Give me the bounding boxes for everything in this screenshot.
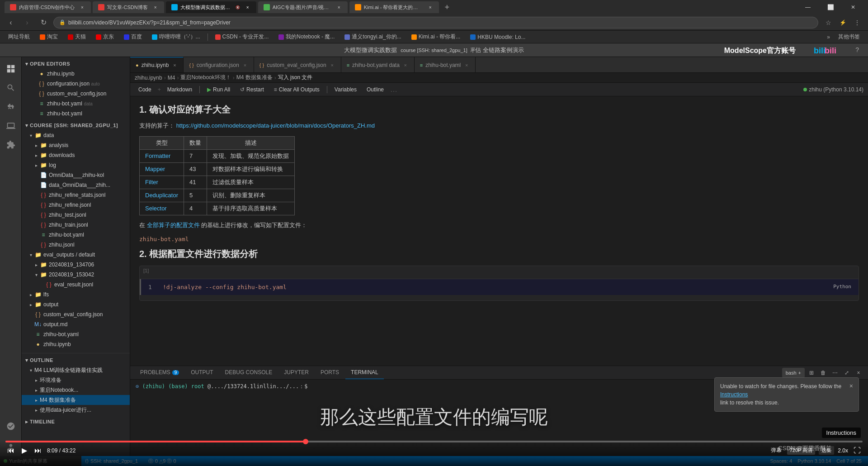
play-button[interactable]: ▶	[20, 445, 29, 456]
split-terminal-button[interactable]: ⊞	[807, 368, 816, 378]
folder-downloads[interactable]: ▸ 📁 downloads	[22, 150, 130, 160]
outline-item-restart[interactable]: ▸ 重启Notebook...	[22, 385, 130, 395]
bookmark-bilibili[interactable]: 哔哩哔哩（'-'）...	[148, 32, 204, 42]
tab-close-3[interactable]: ×	[245, 4, 251, 10]
more-actions-button[interactable]: ⋯	[830, 368, 840, 378]
tab-kimi[interactable]: Kimi.ai - 帮你看更大的世界 ×	[349, 1, 439, 13]
address-bar[interactable]: 🔒 bilibili.com/video/BV1vuWpezEKx/?p=21&…	[53, 17, 818, 29]
extensions-icon[interactable]: ⚡	[836, 16, 849, 29]
panel-tab-problems[interactable]: PROBLEMS 9	[135, 366, 184, 379]
outline-item-juicer[interactable]: ▸ 使用data-juicer进行...	[22, 405, 130, 415]
file-zhihu-refine-stats[interactable]: { } zhihu_refine_stats.jsonl	[22, 190, 130, 200]
tab-close-1[interactable]: ×	[79, 4, 85, 10]
folder-log[interactable]: ▸ 📁 log	[22, 160, 130, 170]
bookmark-tongyi[interactable]: 通义tongyi.ai_你的...	[341, 32, 405, 42]
notification-link[interactable]: Instructions	[720, 391, 748, 398]
tab-close-notebook[interactable]: ×	[171, 62, 178, 68]
bookmarks-more-button[interactable]: »	[825, 34, 832, 40]
editor-tab-custom-eval[interactable]: { } custom_eval_config.json ×	[254, 57, 341, 73]
tab-close-zhihu-data[interactable]: ×	[402, 62, 409, 68]
forward-button[interactable]: ›	[21, 16, 33, 29]
menu-icon[interactable]: ⋮	[851, 16, 863, 29]
back-button[interactable]: ‹	[5, 16, 17, 29]
remote-indicator[interactable]: course [SSH: shared_2gpu_1]	[397, 47, 471, 54]
next-video-button[interactable]: ⏭	[33, 446, 43, 456]
remote-explorer-icon[interactable]	[2, 417, 20, 435]
bookmark-taobao[interactable]: 淘宝	[36, 32, 61, 42]
file-zhihu-jsonl[interactable]: { } zhihu.jsonl	[22, 240, 130, 250]
panel-tab-ports[interactable]: PORTS	[315, 366, 344, 379]
editor-tab-zhihu-ipynb[interactable]: ● zhihu.ipynb ×	[130, 57, 184, 73]
bookmark-tianmao[interactable]: 天猫	[64, 32, 90, 42]
search-icon[interactable]	[2, 79, 20, 97]
markdown-button[interactable]: Markdown	[164, 85, 196, 95]
file-output-md[interactable]: M↓ output.md	[22, 319, 130, 329]
panel-tab-terminal[interactable]: TERMINAL	[345, 366, 384, 379]
instructions-badge[interactable]: Instructions	[822, 428, 861, 438]
video-progress-bar[interactable]	[5, 441, 863, 442]
refresh-button[interactable]: ↻	[37, 16, 50, 29]
new-tab-button[interactable]: +	[441, 1, 453, 14]
file-zhihu-refine[interactable]: { } zhihu_refine.jsonl	[22, 200, 130, 210]
bookmark-hkbu[interactable]: HKBU Moodle: Lo...	[467, 32, 529, 42]
editor-tab-zhihu-bot-data[interactable]: ≡ zhihu-bot.yaml data ×	[341, 57, 415, 73]
fullscreen-button[interactable]: ⛶	[852, 446, 863, 456]
minimize-button[interactable]: —	[797, 0, 818, 14]
operators-link[interactable]: https://github.com/modelscope/data-juice…	[176, 122, 375, 129]
extensions-act-icon[interactable]	[2, 136, 20, 154]
maximize-panel-button[interactable]: ⤢	[842, 368, 852, 378]
run-debug-icon[interactable]	[2, 117, 20, 135]
tab-mute-icon[interactable]: 🔇	[236, 5, 240, 10]
tab-close-4[interactable]: ×	[336, 4, 342, 10]
explorer-icon[interactable]	[2, 60, 20, 78]
folder-20240819-1[interactable]: ▸ 📁 20240819_134706	[22, 260, 130, 270]
speed-button[interactable]: 2.0x	[838, 447, 848, 454]
editor-tab-config[interactable]: { } configuration.json ×	[184, 57, 254, 73]
run-all-button[interactable]: ▶ Run All	[203, 85, 234, 95]
star-icon[interactable]: ☆	[822, 16, 835, 29]
source-control-icon[interactable]	[2, 98, 20, 116]
open-editor-config[interactable]: { } configuration.json auto	[22, 79, 130, 89]
bookmark-kimi[interactable]: Kimi.ai - 帮你看...	[408, 32, 464, 42]
outline-item-data[interactable]: ▸ M4 数据集准备	[22, 395, 130, 405]
panel-tab-debug[interactable]: DEBUG CONSOLE	[220, 366, 278, 379]
close-panel-button[interactable]: ×	[854, 368, 863, 378]
open-editor-zhihu-bot[interactable]: ≡ zhihu-bot.yaml	[22, 109, 130, 119]
editor-tab-zhihu-bot[interactable]: ≡ zhihu-bot.yaml ×	[415, 57, 476, 73]
toolbar-more[interactable]: …	[390, 86, 397, 94]
open-editor-zhihu-bot-data[interactable]: ≡ zhihu-bot.yaml data	[22, 99, 130, 109]
folder-lfs[interactable]: ▸ 📁 lfs	[22, 290, 130, 300]
maximize-button[interactable]: ⬜	[820, 0, 841, 14]
bookmark-baidu[interactable]: 百度	[120, 32, 146, 42]
outline-item-m4[interactable]: ▾ M4 LLM训练全链路最佳实践	[22, 365, 130, 375]
close-button[interactable]: ✕	[843, 0, 863, 14]
tab-close-custom-eval[interactable]: ×	[329, 62, 335, 68]
tab-aigc[interactable]: AIGC专题-图片/声音/视频/Ager... ×	[258, 1, 348, 13]
file-zhihu-train[interactable]: { } zhihu_train.jsonl	[22, 220, 130, 230]
bash-button[interactable]: bash +	[782, 368, 805, 378]
tab-close-zhihu-bot[interactable]: ×	[463, 62, 470, 68]
folder-eval-outputs[interactable]: ▾ 📁 eval_outputs / default	[22, 250, 130, 260]
panel-tab-output[interactable]: OUTPUT	[185, 366, 218, 379]
bookmark-notebook[interactable]: 我的Notebook - 魔...	[275, 32, 338, 42]
clear-outputs-button[interactable]: ≡ Clear All Outputs	[270, 85, 323, 95]
bookmark-jd[interactable]: 京东	[92, 32, 118, 42]
kill-terminal-button[interactable]: 🗑	[818, 368, 828, 378]
file-eval-result[interactable]: { } eval_result.jsonl	[22, 280, 130, 290]
variables-button[interactable]: Variables	[331, 85, 360, 95]
file-custom-eval-config[interactable]: { } custom_eval_config.json	[22, 309, 130, 319]
file-omnidata[interactable]: 📄 OmniData___zhihu-kol	[22, 170, 130, 180]
folder-data[interactable]: ▾ 📁 data	[22, 130, 130, 140]
file-zhihu-bot-yaml[interactable]: ≡ zhihu-bot.yaml	[22, 230, 130, 240]
help-icon[interactable]: ?	[855, 46, 859, 53]
tab-close-config[interactable]: ×	[242, 62, 248, 68]
folder-analysis[interactable]: ▸ 📁 analysis	[22, 140, 130, 150]
outline-button[interactable]: Outline	[363, 85, 387, 95]
tab-bilibili-active[interactable]: 大模型微调实践数据准备/清... 🔇 ×	[166, 1, 256, 13]
bookmark-nav[interactable]: 网址导航	[5, 32, 33, 42]
tab-write-article[interactable]: 写文章-CSDN博客 ×	[93, 1, 164, 13]
prev-video-button[interactable]: ⏮	[5, 446, 16, 456]
bookmark-other[interactable]: 其他书签	[835, 32, 863, 42]
open-editor-zhihu-ipynb[interactable]: ● zhihu.ipynb	[22, 69, 130, 79]
notification-close-button[interactable]: ×	[849, 382, 853, 407]
